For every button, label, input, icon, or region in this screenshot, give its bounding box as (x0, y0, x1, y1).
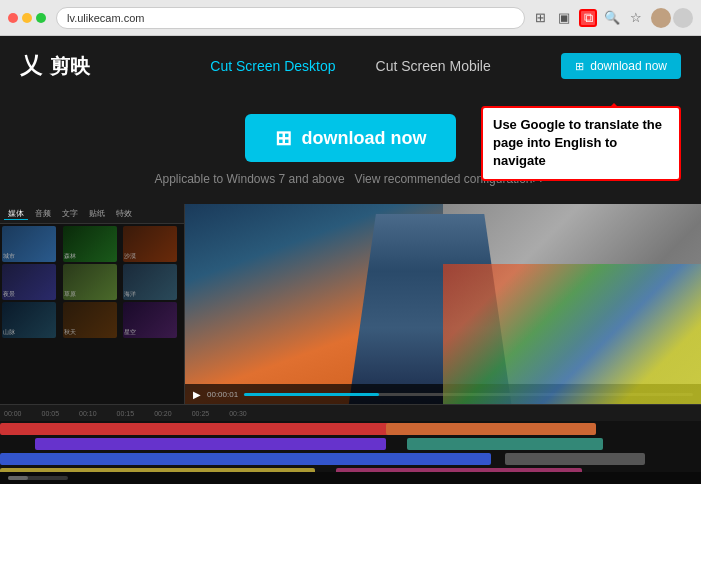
timeline-tracks (0, 421, 701, 472)
clip-music-2[interactable] (336, 468, 581, 472)
tooltip-text: Use Google to translate the page into En… (493, 117, 662, 168)
sidebar-tab-sticker[interactable]: 贴纸 (85, 208, 109, 219)
thumb-label-6: 海洋 (124, 290, 136, 299)
thumb-label-9: 星空 (124, 328, 136, 337)
close-button[interactable] (8, 13, 18, 23)
clip-audio-1[interactable] (35, 438, 386, 450)
avatar-2 (673, 8, 693, 28)
browser-chrome: lv.ulikecam.com ⊞ ▣ ⧉ 🔍 ☆ (0, 0, 701, 36)
ruler-mark-0: 00:00 (4, 410, 22, 417)
download-header-label: download now (590, 59, 667, 73)
timeline-scrollbar[interactable] (8, 476, 68, 480)
screen-icon[interactable]: ▣ (555, 9, 573, 27)
ruler-mark-10: 00:10 (79, 410, 97, 417)
clip-audio-2[interactable] (407, 438, 603, 450)
thumbnail-7[interactable]: 山脉 (2, 302, 56, 338)
tab-grid-icon[interactable]: ⊞ (531, 9, 549, 27)
editor-viewport: ▶ 00:00:01 (185, 204, 701, 404)
editor-sidebar: 媒体 音频 文字 贴纸 特效 城市 森林 沙漠 夜景 草原 海洋 山脉 秋天 星… (0, 204, 185, 404)
sidebar-tab-effects[interactable]: 特效 (112, 208, 136, 219)
clip-video-2[interactable] (386, 423, 596, 435)
site-header: 乂 剪映 Cut Screen Desktop Cut Screen Mobil… (0, 36, 701, 96)
bottom-bar (0, 472, 701, 484)
track-4 (0, 467, 701, 472)
minimize-button[interactable] (22, 13, 32, 23)
address-bar[interactable]: lv.ulikecam.com (56, 7, 525, 29)
clip-video-1[interactable] (0, 423, 421, 435)
track-3 (0, 452, 701, 466)
clip-fx-1[interactable] (0, 453, 491, 465)
editor-area: 媒体 音频 文字 贴纸 特效 城市 森林 沙漠 夜景 草原 海洋 山脉 秋天 星… (0, 204, 701, 484)
applicable-text: Applicable to Windows 7 and above (154, 172, 344, 186)
thumb-label-4: 夜景 (3, 290, 15, 299)
user-avatars (651, 8, 693, 28)
editor-main: 媒体 音频 文字 贴纸 特效 城市 森林 沙漠 夜景 草原 海洋 山脉 秋天 星… (0, 204, 701, 404)
thumbnail-9[interactable]: 星空 (123, 302, 177, 338)
browser-toolbar: ⊞ ▣ ⧉ 🔍 ☆ (531, 8, 693, 28)
thumbnail-5[interactable]: 草原 (63, 264, 117, 300)
search-icon[interactable]: 🔍 (603, 9, 621, 27)
hero-section: ⊞ download now Applicable to Windows 7 a… (0, 96, 701, 204)
download-main-label: download now (302, 128, 427, 149)
timeline-ruler: 00:00 00:05 00:10 00:15 00:20 00:25 00:3… (0, 405, 701, 421)
nav-desktop[interactable]: Cut Screen Desktop (210, 58, 335, 74)
download-button-header[interactable]: ⊞ download now (561, 53, 681, 79)
sidebar-grid: 城市 森林 沙漠 夜景 草原 海洋 山脉 秋天 星空 (0, 224, 184, 340)
windows-icon: ⊞ (575, 60, 584, 73)
logo-text: 剪映 (50, 53, 90, 80)
logo-icon: 乂 (20, 51, 42, 81)
thumbnail-1[interactable]: 城市 (2, 226, 56, 262)
thumb-label-7: 山脉 (3, 328, 15, 337)
sidebar-tab-audio[interactable]: 音频 (31, 208, 55, 219)
url-text: lv.ulikecam.com (67, 12, 144, 24)
ruler-mark-5: 00:05 (42, 410, 60, 417)
tooltip-overlay: Use Google to translate the page into En… (481, 106, 681, 181)
thumb-label-1: 城市 (3, 252, 15, 261)
logo: 乂 剪映 (20, 51, 90, 81)
ruler-mark-20: 00:20 (154, 410, 172, 417)
sidebar-tab-text[interactable]: 文字 (58, 208, 82, 219)
nav-mobile[interactable]: Cut Screen Mobile (376, 58, 491, 74)
track-2 (0, 437, 701, 451)
thumb-label-8: 秋天 (64, 328, 76, 337)
track-1 (0, 422, 701, 436)
ruler-mark-15: 00:15 (117, 410, 135, 417)
windows-icon-main: ⊞ (275, 126, 292, 150)
scrollbar-thumb[interactable] (8, 476, 28, 480)
window-controls (8, 13, 46, 23)
video-preview (185, 204, 701, 404)
thumb-label-2: 森林 (64, 252, 76, 261)
thumbnail-3[interactable]: 沙漠 (123, 226, 177, 262)
thumbnail-4[interactable]: 夜景 (2, 264, 56, 300)
clip-fx-2[interactable] (505, 453, 645, 465)
download-button-main[interactable]: ⊞ download now (245, 114, 457, 162)
scene-graffiti (443, 264, 701, 404)
timeline-area: 00:00 00:05 00:10 00:15 00:20 00:25 00:3… (0, 404, 701, 484)
progress-fill (244, 393, 379, 396)
sidebar-tabs: 媒体 音频 文字 贴纸 特效 (0, 204, 184, 224)
translate-icon[interactable]: ⧉ (579, 9, 597, 27)
maximize-button[interactable] (36, 13, 46, 23)
time-display: 00:00:01 (207, 390, 238, 399)
ruler-mark-25: 00:25 (192, 410, 210, 417)
thumbnail-2[interactable]: 森林 (63, 226, 117, 262)
sidebar-tab-media[interactable]: 媒体 (4, 208, 28, 220)
thumbnail-6[interactable]: 海洋 (123, 264, 177, 300)
nav-links: Cut Screen Desktop Cut Screen Mobile (210, 58, 490, 74)
star-icon[interactable]: ☆ (627, 9, 645, 27)
thumb-label-5: 草原 (64, 290, 76, 299)
thumbnail-8[interactable]: 秋天 (63, 302, 117, 338)
thumb-label-3: 沙漠 (124, 252, 136, 261)
ruler-mark-30: 00:30 (229, 410, 247, 417)
play-button[interactable]: ▶ (193, 389, 201, 400)
clip-music-1[interactable] (0, 468, 315, 472)
avatar-1 (651, 8, 671, 28)
